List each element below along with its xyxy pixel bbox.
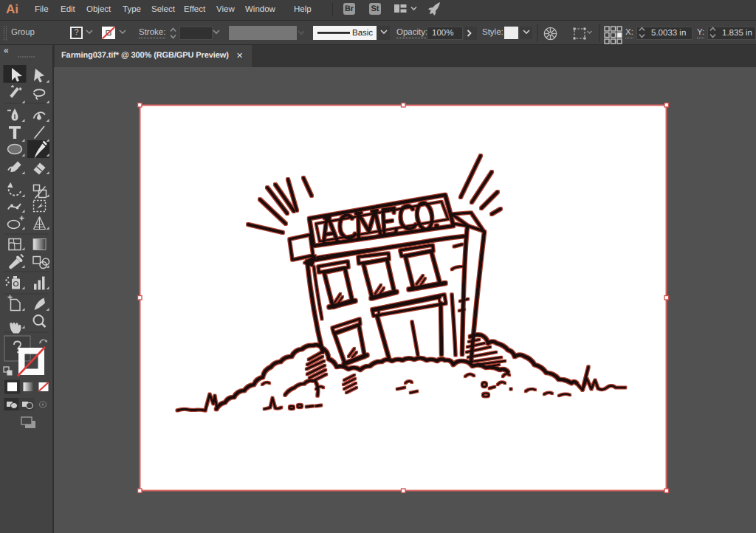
svg-text:«: « xyxy=(4,45,9,55)
